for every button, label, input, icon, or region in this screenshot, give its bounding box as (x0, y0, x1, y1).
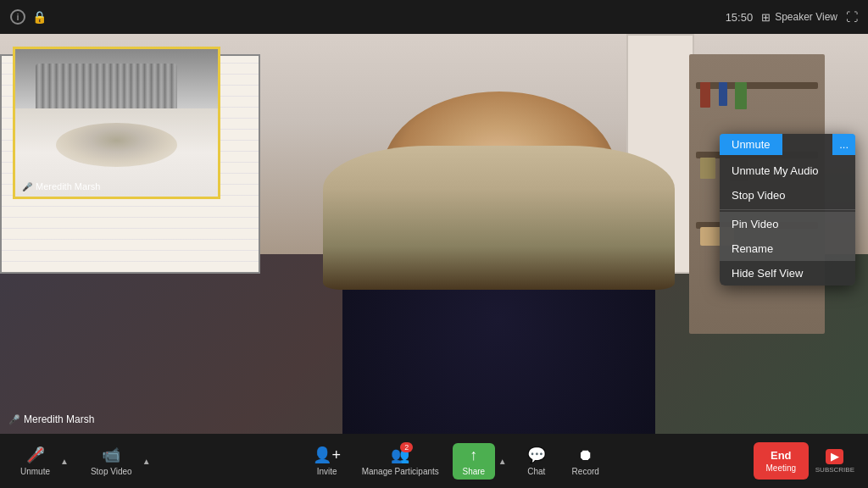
main-mic-muted-icon: 🎤 (8, 414, 20, 425)
speaker-view-button[interactable]: ⊞ Speaker View (761, 11, 837, 24)
top-right-controls: 15:50 ⊞ Speaker View ⛶ (726, 10, 858, 24)
youtube-sub-label: SUBSCRIBE (815, 466, 854, 474)
speaker-view-icon: ⊞ (761, 11, 771, 24)
unmute-group: 🎤 Unmute ▲ (14, 442, 70, 480)
youtube-icon: ▶ (826, 449, 843, 464)
menu-item-hide-self-view[interactable]: Hide Self View (720, 261, 855, 286)
video-chevron-icon[interactable]: ▲ (141, 453, 153, 469)
chat-icon: 💬 (527, 446, 546, 464)
manage-participants-label: Manage Participants (362, 467, 439, 476)
context-menu-unmute-bar: Unmute ... (720, 134, 855, 155)
unmute-chevron-icon[interactable]: ▲ (58, 453, 70, 469)
share-icon: ↑ (470, 446, 477, 464)
invite-button[interactable]: 👤+ Invite (306, 442, 348, 480)
menu-item-pin-video[interactable]: Pin Video (720, 212, 855, 236)
menu-item-rename[interactable]: Rename (720, 236, 855, 261)
share-button[interactable]: ↑ Share (453, 443, 495, 480)
share-group: ↑ Share ▲ (453, 443, 509, 480)
record-button[interactable]: ⏺ Record (565, 443, 607, 480)
context-menu: Unmute ... Unmute My Audio Stop Video Pi… (720, 134, 855, 286)
unmute-button[interactable]: Unmute (720, 134, 782, 155)
stop-video-group: 📹 Stop Video ▲ (84, 442, 153, 480)
menu-divider-1 (720, 209, 855, 210)
mic-muted-icon: 🎤 (26, 446, 45, 463)
participants-icon-wrap: 👥 2 (391, 446, 409, 464)
invite-label: Invite (317, 467, 337, 476)
more-options-button[interactable]: ... (832, 134, 855, 155)
invite-icon: 👤+ (313, 446, 341, 464)
bottom-toolbar: 🎤 Unmute ▲ 📹 Stop Video ▲ 👤+ Invite 👥 2 … (0, 434, 868, 488)
menu-item-unmute-audio[interactable]: Unmute My Audio (720, 158, 855, 183)
info-icon[interactable]: i (10, 9, 25, 25)
end-sub-label: Meeting (765, 463, 796, 473)
end-label: End (771, 449, 792, 462)
top-left-controls: i 🔒 (10, 9, 47, 25)
speaker-view-label: Speaker View (775, 11, 837, 23)
menu-item-stop-video[interactable]: Stop Video (720, 183, 855, 208)
stop-video-button[interactable]: 📹 Stop Video (84, 442, 139, 480)
fullscreen-icon[interactable]: ⛶ (846, 10, 858, 24)
self-view-bg (15, 49, 218, 197)
unmute-toolbar-button[interactable]: 🎤 Unmute (14, 442, 57, 480)
video-area: 🎤 Meredith Marsh 🎤 Meredith Marsh Unmute… (0, 34, 868, 434)
self-view-name-text: Meredith Marsh (36, 181, 100, 191)
youtube-subscribe-button[interactable]: ▶ SUBSCRIBE (815, 449, 854, 474)
camera-icon: 📹 (102, 446, 120, 464)
mic-icon-wrap: 🎤 (26, 446, 45, 464)
stop-video-label: Stop Video (91, 467, 132, 476)
participants-badge: 2 (400, 442, 413, 452)
self-mic-icon: 🎤 (22, 182, 32, 191)
self-view-name-label: 🎤 Meredith Marsh (22, 181, 100, 191)
share-chevron-icon[interactable]: ▲ (497, 453, 509, 469)
manage-participants-button[interactable]: 👥 2 Manage Participants (355, 442, 446, 480)
share-label: Share (462, 467, 485, 476)
chat-button[interactable]: 💬 Chat (515, 442, 558, 480)
end-meeting-button[interactable]: End Meeting (754, 442, 809, 480)
lock-icon: 🔒 (32, 10, 47, 24)
main-video-name-label: 🎤 Meredith Marsh (8, 413, 94, 425)
self-view-panel: 🎤 Meredith Marsh (13, 47, 220, 199)
record-icon: ⏺ (578, 446, 593, 464)
main-speaker-name: Meredith Marsh (24, 413, 94, 425)
person-video (303, 74, 694, 434)
record-label: Record (572, 467, 599, 476)
top-bar: i 🔒 15:50 ⊞ Speaker View ⛶ (0, 0, 868, 34)
chat-label: Chat (527, 467, 545, 476)
clock: 15:50 (726, 11, 754, 24)
unmute-label: Unmute (20, 467, 50, 476)
